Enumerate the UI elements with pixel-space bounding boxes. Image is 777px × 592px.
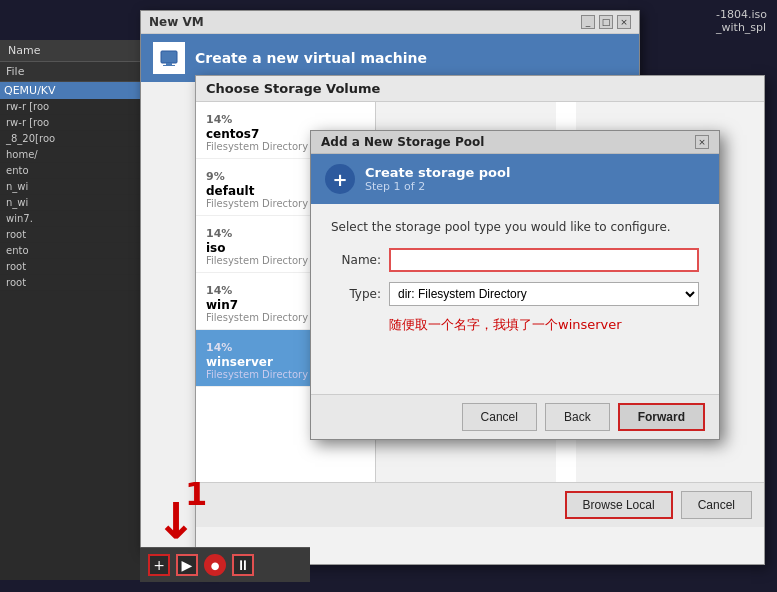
dialog-forward-button[interactable]: Forward	[618, 403, 705, 431]
add-pool-header: + Create storage pool Step 1 of 2	[311, 154, 719, 204]
svg-rect-2	[163, 65, 175, 66]
play-button[interactable]: ▶	[176, 554, 198, 576]
name-label: Name:	[331, 253, 381, 267]
dialog-back-button[interactable]: Back	[545, 403, 610, 431]
add-pool-header-subtitle: Step 1 of 2	[365, 180, 510, 193]
add-pool-footer: Cancel Back Forward	[311, 394, 719, 439]
pause-button[interactable]: ⏸	[232, 554, 254, 576]
storage-chooser-title: Choose Storage Volume	[196, 76, 764, 102]
add-pool-header-title: Create storage pool	[365, 165, 510, 180]
stop-button[interactable]: ●	[204, 554, 226, 576]
type-label: Type:	[331, 287, 381, 301]
svg-rect-1	[166, 63, 172, 65]
close-button[interactable]: ×	[617, 15, 631, 29]
add-pool-icon: +	[325, 164, 355, 194]
top-hint: -1804.iso _with_spl	[716, 8, 767, 34]
vm-bottom-toolbar: + ▶ ● ⏸	[140, 547, 310, 582]
dialog-cancel-button[interactable]: Cancel	[462, 403, 537, 431]
name-input[interactable]	[389, 248, 699, 272]
add-pool-title: Add a New Storage Pool	[321, 135, 484, 149]
minimize-button[interactable]: _	[581, 15, 595, 29]
storage-cancel-button[interactable]: Cancel	[681, 491, 752, 519]
add-pool-header-text: Create storage pool Step 1 of 2	[365, 165, 510, 193]
maximize-button[interactable]: □	[599, 15, 613, 29]
add-pool-toolbar-button[interactable]: +	[148, 554, 170, 576]
create-vm-main-title: Create a new virtual machine	[195, 50, 427, 66]
type-form-row: Type: dir: Filesystem Directory	[331, 282, 699, 306]
add-pool-body: Select the storage pool type you would l…	[311, 204, 719, 350]
browse-local-button[interactable]: Browse Local	[565, 491, 673, 519]
add-pool-close-button[interactable]: ×	[695, 135, 709, 149]
create-vm-header-text: Create a new virtual machine	[195, 50, 427, 66]
svg-rect-0	[161, 51, 177, 63]
add-pool-dialog: Add a New Storage Pool × + Create storag…	[310, 130, 720, 440]
file-menu-item[interactable]: File	[6, 65, 24, 78]
new-vm-titlebar: New VM _ □ ×	[141, 11, 639, 34]
create-vm-icon	[153, 42, 185, 74]
titlebar-controls: _ □ ×	[581, 15, 631, 29]
new-vm-title: New VM	[149, 15, 204, 29]
storage-bottom-bar: Browse Local Cancel	[196, 482, 764, 527]
type-select[interactable]: dir: Filesystem Directory	[389, 282, 699, 306]
name-form-row: Name:	[331, 248, 699, 272]
add-pool-titlebar: Add a New Storage Pool ×	[311, 131, 719, 154]
add-pool-description: Select the storage pool type you would l…	[331, 220, 699, 234]
annotation-text: 随便取一个名字，我填了一个winserver	[389, 316, 699, 334]
